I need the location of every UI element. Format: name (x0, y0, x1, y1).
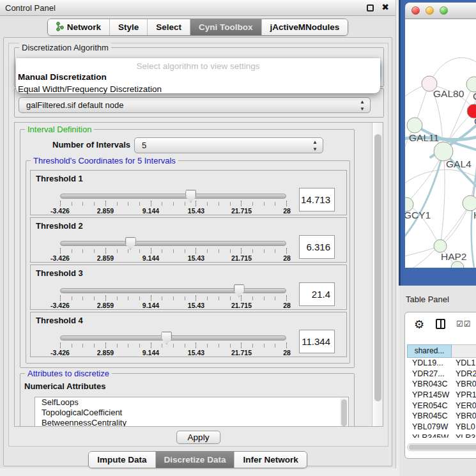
slider-minor-ticks (60, 202, 287, 206)
threshold-4-slider[interactable] (60, 335, 286, 341)
list-item[interactable]: TopologicalCoefficient (35, 408, 348, 418)
node-h[interactable] (463, 196, 476, 211)
table-row[interactable]: YPR145WYPR1 (407, 390, 476, 401)
column-header-shared[interactable]: shared... (407, 344, 452, 358)
table-horizontal-scrollbar[interactable] (407, 443, 476, 451)
column-header-name[interactable]: n... (452, 344, 476, 358)
table-card: ⚙ ☑☑ shared... n... YDL19...YDL1 YDR27..… (404, 312, 476, 459)
list-item[interactable]: BetweennessCentrality (35, 418, 348, 427)
slider-track[interactable] (60, 194, 286, 199)
combo-arrows-icon: ▲▼ (360, 98, 365, 112)
network-view-window[interactable]: GAL80 GAL C GAL11 GAL4 GCY1 H HAP2 (399, 0, 476, 286)
discretization-algorithm-label: Discretization Algorithm (19, 43, 111, 52)
slider-minor-ticks (60, 249, 287, 253)
node-top-right[interactable] (466, 77, 476, 92)
list-item[interactable]: SelfLoops (35, 397, 348, 408)
attributes-group-label: Attributes to discretize (25, 369, 112, 378)
table-data-value: galFiltered.sif default node (26, 100, 123, 110)
slider-track[interactable] (60, 241, 286, 246)
tab-infer-network[interactable]: Infer Network (234, 452, 306, 468)
checkbox-columns-icon[interactable]: ☑☑ (456, 319, 472, 328)
network-graph: GAL80 GAL C GAL11 GAL4 GCY1 H HAP2 (405, 19, 476, 268)
zoom-traffic-light[interactable] (440, 6, 448, 15)
tab-network[interactable]: Network (48, 19, 109, 35)
table-row[interactable]: YBL079WYBL0 (407, 422, 476, 433)
cyni-toolbox-content: Discretization Algorithm ▲▼ Select algor… (3, 37, 392, 466)
slider-track[interactable] (60, 335, 286, 341)
node-label-hap2: HAP2 (441, 251, 467, 262)
network-window-titlebar[interactable] (405, 3, 476, 19)
float-window-icon[interactable] (367, 4, 374, 12)
node-hap2[interactable] (434, 240, 447, 252)
apply-button[interactable]: Apply (176, 431, 221, 444)
algorithm-dropdown-popup: Select algorithm to view settings Manual… (16, 58, 380, 93)
slider-scale-labels: -3.426 2.859 9.144 15.43 21.715 28 (60, 254, 287, 262)
tab-impute-data[interactable]: Impute Data (89, 452, 155, 468)
control-panel-titlebar: Control Panel ✖ (0, 0, 395, 16)
node-label-gal4: GAL4 (446, 158, 472, 169)
attributes-group: Attributes to discretize Numerical Attri… (20, 373, 355, 427)
table-toolbar: ⚙ ☑☑ (405, 316, 476, 334)
tab-discretize-data[interactable]: Discretize Data (155, 452, 234, 468)
tab-select[interactable]: Select (147, 19, 190, 35)
threshold-3-slider[interactable] (60, 288, 286, 293)
tab-jactivemnodules[interactable]: jActiveMNodules (261, 19, 348, 35)
number-of-intervals-value: 5 (142, 141, 146, 150)
table-row[interactable]: YDL19...YDL1 (407, 358, 476, 369)
slider-minor-ticks (60, 344, 287, 348)
node-gal11[interactable] (407, 118, 422, 133)
tab-cyni-toolbox[interactable]: Cyni Toolbox (190, 19, 261, 35)
minimize-traffic-light[interactable] (426, 6, 434, 15)
threshold-3-label: Threshold 3 (36, 268, 83, 278)
threshold-1-slider[interactable] (60, 194, 286, 199)
number-of-intervals-combobox[interactable]: 5 ▲▼ (134, 137, 323, 153)
threshold-2-value-field[interactable]: 6.316 (299, 235, 335, 259)
table-row[interactable]: YBR045CYBR0 (407, 411, 476, 422)
threshold-1-value-field[interactable]: 14.713 (299, 188, 335, 211)
discretize-form: Discretization Algorithm ▲▼ Select algor… (8, 43, 388, 447)
thresholds-group-label: Threshold's Coordinates for 5 Intervals (31, 156, 178, 165)
list-scrollbar[interactable] (340, 398, 348, 427)
table-header-row: shared... n... (407, 344, 476, 358)
popup-hint-text: Select algorithm to view settings (16, 58, 380, 71)
panel-title: Control Panel (5, 3, 56, 13)
slider-minor-ticks (60, 296, 287, 300)
network-icon (56, 22, 64, 33)
table-row[interactable]: YDR27...YDR2 (407, 369, 476, 380)
table-row[interactable]: YLR345WYLR3 (407, 433, 476, 438)
node-label-gcy1: GCY1 (405, 210, 431, 220)
threshold-4-value-field[interactable]: 11.344 (299, 330, 335, 353)
combo-arrows-icon: ▲▼ (312, 139, 318, 153)
table-row[interactable]: YBR043CYBR0 (407, 379, 476, 390)
top-tab-bar: Network Style Select Cyni Toolbox jActiv… (47, 19, 349, 36)
threshold-4-label: Threshold 4 (36, 316, 83, 325)
discretization-algorithm-group: Discretization Algorithm ▲▼ Select algor… (14, 47, 384, 87)
control-panel-window: Control Panel ✖ Network Style Select (0, 0, 396, 468)
threshold-3-value-field[interactable]: 21.4 (299, 282, 335, 306)
table-data-combobox[interactable]: galFiltered.sif default node ▲▼ (19, 97, 371, 113)
threshold-4-panel: Threshold 4 -3.426 2.859 9.144 (30, 312, 347, 357)
close-traffic-light[interactable] (411, 6, 420, 15)
slider-track[interactable] (60, 288, 286, 293)
threshold-1-label: Threshold 1 (36, 174, 83, 183)
settings-vertical-scrollbar[interactable] (372, 123, 383, 426)
interval-definition-group: Interval Definition Number of Intervals … (20, 129, 355, 368)
interval-definition-label: Interval Definition (25, 125, 94, 134)
node-label-gal80: GAL80 (433, 88, 464, 99)
table-panel: Table Panel ⚙ ☑☑ shared... n... YDL19...… (399, 286, 476, 476)
popup-option-equal-width-frequency[interactable]: Equal Width/Frequency Discretization (16, 83, 380, 95)
split-columns-icon[interactable] (436, 319, 445, 329)
node-label-gal11: GAL11 (409, 132, 439, 143)
threshold-3-panel: Threshold 3 -3.426 2.859 9.144 (30, 265, 347, 310)
gear-icon[interactable]: ⚙ (414, 318, 424, 332)
scrollbar-thumb[interactable] (409, 445, 476, 450)
thresholds-group: Threshold's Coordinates for 5 Intervals … (26, 160, 350, 364)
scrollbar-thumb[interactable] (374, 134, 381, 401)
popup-option-manual-discretization[interactable]: Manual Discretization (16, 71, 380, 83)
threshold-2-slider[interactable] (60, 241, 286, 246)
tab-style[interactable]: Style (109, 19, 147, 35)
numerical-attributes-list[interactable]: SelfLoops TopologicalCoefficient Between… (35, 397, 349, 427)
close-icon[interactable]: ✖ (381, 2, 389, 12)
network-canvas[interactable]: GAL80 GAL C GAL11 GAL4 GCY1 H HAP2 (405, 19, 476, 268)
table-row[interactable]: YER054CYER0 (407, 401, 476, 411)
